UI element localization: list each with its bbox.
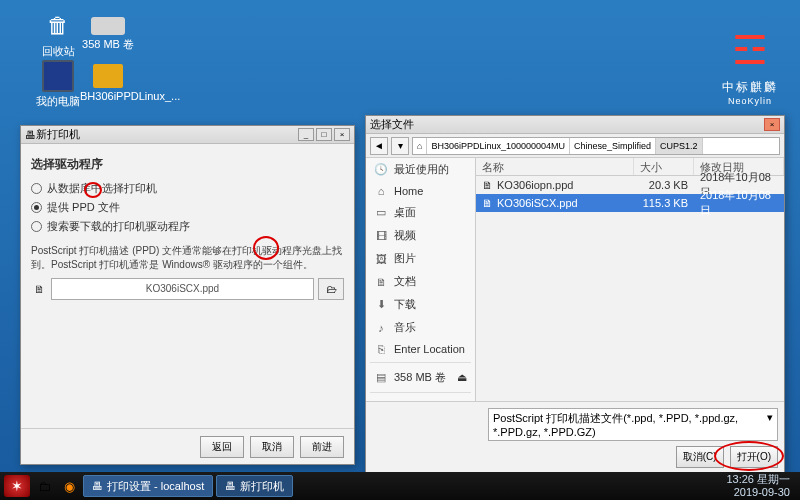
monitor-icon [42, 60, 74, 92]
drive-icon [91, 17, 125, 35]
file-list: 名称 大小 修改日期 🗎KO306iopn.ppd 20.3 KB 2018年1… [476, 158, 784, 401]
file-name: KO306iSCX.ppd [497, 197, 578, 209]
chevron-down-icon: ▾ [767, 411, 773, 438]
crumb[interactable]: CUPS1.2 [656, 138, 703, 154]
place-downloads[interactable]: ⬇下载 [366, 293, 475, 316]
col-size[interactable]: 大小 [634, 158, 694, 175]
file-date: 2018年10月08日 [694, 188, 784, 218]
back-button[interactable]: 返回 [200, 436, 244, 458]
label: 我的电脑 [30, 94, 86, 109]
file-icon: 🗎 [482, 179, 493, 191]
dialog-footer: 返回 取消 前进 [21, 428, 354, 464]
label: 回收站 [30, 44, 86, 59]
place-enter-location[interactable]: ⎘Enter Location [366, 339, 475, 359]
place-video[interactable]: 🎞视频 [366, 224, 475, 247]
crumb-home-icon[interactable]: ⌂ [413, 138, 427, 154]
option-search-download[interactable]: 搜索要下载的打印机驱动程序 [31, 219, 344, 234]
label: 下载 [394, 297, 416, 312]
desktop-icon-mypc[interactable]: 我的电脑 [30, 60, 86, 109]
maximize-button[interactable]: □ [316, 128, 332, 141]
file-icon: 🗎 [482, 197, 493, 209]
label: 桌面 [394, 205, 416, 220]
crumb[interactable]: BH306iPPDLinux_100000004MU [427, 138, 570, 154]
place-desktop[interactable]: ▭桌面 [366, 201, 475, 224]
taskbar: ✶ 🗀 ◉ 🖶打印设置 - localhost 🖶新打印机 13:26 星期一 … [0, 472, 800, 500]
breadcrumb[interactable]: ⌂ BH306iPPDLinux_100000004MU Chinese_Sim… [412, 137, 780, 155]
label: 358 MB 卷 [394, 370, 446, 385]
task-new-printer[interactable]: 🖶新打印机 [216, 475, 293, 497]
nav-down-button[interactable]: ▾ [391, 137, 409, 155]
clock-icon: 🕓 [374, 163, 388, 176]
brand-en: NeoKylin [720, 96, 780, 106]
drive-icon: ▤ [374, 371, 388, 384]
taskbar-files-icon[interactable]: 🗀 [33, 475, 55, 497]
desktop-icon-trash[interactable]: 🗑回收站 [30, 10, 86, 59]
close-button[interactable]: × [764, 118, 780, 131]
filter-label: PostScript 打印机描述文件(*.ppd, *.PPD, *.ppd.g… [493, 411, 767, 438]
minimize-button[interactable]: _ [298, 128, 314, 141]
label: Enter Location [394, 343, 465, 355]
document-icon: 🗎 [374, 276, 388, 288]
crumb[interactable]: Chinese_Simplified [570, 138, 656, 154]
place-music[interactable]: ♪音乐 [366, 316, 475, 339]
option-label: 搜索要下载的打印机驱动程序 [47, 219, 190, 234]
task-print-settings[interactable]: 🖶打印设置 - localhost [83, 475, 213, 497]
folder-open-icon: 🗁 [326, 283, 337, 295]
radio-icon [31, 183, 42, 194]
desktop-icon-folder[interactable]: BH306iPPDLinux_... [80, 60, 136, 102]
file-name: KO306iopn.ppd [497, 179, 573, 191]
video-icon: 🎞 [374, 230, 388, 242]
option-from-database[interactable]: 从数据库中选择打印机 [31, 181, 344, 196]
col-name[interactable]: 名称 [476, 158, 634, 175]
location-icon: ⎘ [374, 343, 388, 355]
taskbar-browser-icon[interactable]: ◉ [58, 475, 80, 497]
system-tray[interactable]: 13:26 星期一 2019-09-30 [726, 473, 796, 499]
download-icon: ⬇ [374, 298, 388, 311]
annotation-circle [714, 441, 784, 471]
tray-time: 13:26 星期一 [726, 473, 790, 486]
titlebar[interactable]: 🖶 新打印机 _ □ × [21, 126, 354, 144]
path-bar: ◄ ▾ ⌂ BH306iPPDLinux_100000004MU Chinese… [366, 134, 784, 158]
desktop-icon: ▭ [374, 206, 388, 219]
image-icon: 🖼 [374, 253, 388, 265]
ppd-file-field[interactable]: KO306iSCX.ppd [51, 278, 314, 300]
place-documents[interactable]: 🗎文档 [366, 270, 475, 293]
separator [370, 392, 471, 393]
dialog-footer: PostScript 打印机描述文件(*.ppd, *.PPD, *.ppd.g… [366, 401, 784, 474]
place-recent[interactable]: 🕓最近使用的 [366, 158, 475, 181]
printer-icon: 🖶 [225, 480, 236, 492]
label: 视频 [394, 228, 416, 243]
place-home[interactable]: ⌂Home [366, 181, 475, 201]
task-label: 打印设置 - localhost [107, 479, 204, 494]
browse-button[interactable]: 🗁 [318, 278, 344, 300]
option-provide-ppd[interactable]: 提供 PPD 文件 [31, 200, 344, 215]
titlebar[interactable]: 选择文件 × [366, 116, 784, 134]
places-sidebar: 🕓最近使用的 ⌂Home ▭桌面 🎞视频 🖼图片 🗎文档 ⬇下载 ♪音乐 ⎘En… [366, 158, 476, 401]
cancel-button[interactable]: 取消 [250, 436, 294, 458]
home-icon: ⌂ [374, 185, 388, 197]
file-row[interactable]: 🗎KO306iSCX.ppd 115.3 KB 2018年10月08日 [476, 194, 784, 212]
option-label: 从数据库中选择打印机 [47, 181, 157, 196]
label: 图片 [394, 251, 416, 266]
window-new-printer: 🖶 新打印机 _ □ × 选择驱动程序 从数据库中选择打印机 提供 PPD 文件… [20, 125, 355, 465]
dragon-icon: ☲ [720, 30, 780, 75]
printer-icon: 🖶 [25, 129, 36, 141]
section-heading: 选择驱动程序 [31, 156, 344, 173]
label: 文档 [394, 274, 416, 289]
tray-date: 2019-09-30 [726, 486, 790, 499]
task-label: 新打印机 [240, 479, 284, 494]
window-title: 新打印机 [36, 127, 298, 142]
place-volume[interactable]: ▤358 MB 卷⏏ [366, 366, 475, 389]
forward-button[interactable]: 前进 [300, 436, 344, 458]
label: 最近使用的 [394, 162, 449, 177]
desktop-icon-drive[interactable]: 358 MB 卷 [80, 10, 136, 52]
file-size: 20.3 KB [634, 179, 694, 191]
nav-back-button[interactable]: ◄ [370, 137, 388, 155]
os-logo: ☲ 中标麒麟 NeoKylin [720, 30, 780, 106]
place-pictures[interactable]: 🖼图片 [366, 247, 475, 270]
start-button[interactable]: ✶ [4, 475, 30, 497]
close-button[interactable]: × [334, 128, 350, 141]
annotation-circle [253, 236, 279, 260]
eject-icon[interactable]: ⏏ [457, 371, 467, 384]
file-type-filter[interactable]: PostScript 打印机描述文件(*.ppd, *.PPD, *.ppd.g… [488, 408, 778, 441]
